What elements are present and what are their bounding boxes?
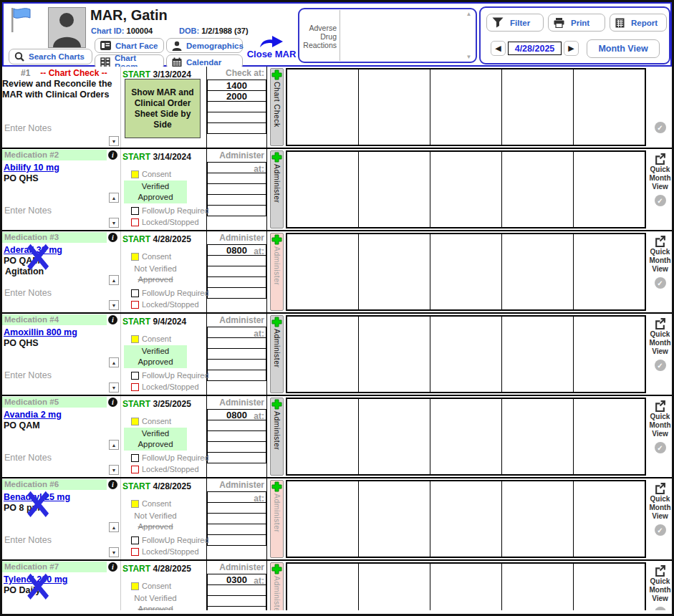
locked-checkbox[interactable] [131,466,139,473]
info-icon[interactable]: i [108,233,117,242]
quick-month-view-button[interactable]: Quick Month View [648,400,673,438]
time-slot[interactable]: 1400 [207,80,266,91]
time-slot[interactable] [207,101,266,112]
day-cell[interactable] [430,234,502,309]
chart-face-button[interactable]: Chart Face [95,38,164,53]
day-cell[interactable] [430,399,502,474]
quick-month-view-button[interactable]: Quick Month View [648,482,673,521]
notes-input[interactable] [4,370,103,392]
scroll-down-button[interactable]: ▼ [109,547,119,557]
next-day-button[interactable]: ▶ [564,41,579,56]
time-slot[interactable] [207,276,266,288]
quick-month-view-button[interactable]: Quick Month View [648,564,673,603]
info-icon[interactable]: i [108,480,117,489]
scroll-down-button[interactable]: ▼ [109,465,119,475]
show-mar-side-by-side-button[interactable]: Show MAR and Clinical Order Sheet Side b… [125,79,201,138]
info-icon[interactable]: i [108,562,117,572]
print-button[interactable]: Print [548,14,605,32]
time-slot[interactable] [207,122,266,134]
report-button[interactable]: Report [610,14,667,32]
day-cell[interactable] [574,564,645,610]
notes-scrollbar[interactable]: ▲ ▼ [109,440,119,475]
scroll-up-button[interactable]: ▲ [109,440,119,450]
day-cell[interactable] [430,317,502,392]
time-slot[interactable] [207,266,266,277]
followup-checkbox[interactable] [131,536,139,544]
day-cell[interactable] [502,317,574,392]
consent-checkbox[interactable] [131,582,139,590]
scroll-up-icon[interactable]: ▲ [466,11,472,17]
day-cell[interactable] [287,564,359,610]
notes-input[interactable] [4,288,103,309]
day-cell[interactable] [359,564,430,610]
demographics-button[interactable]: Demographics [166,38,243,53]
drug-link[interactable]: Amoxillin 800 mg [4,327,77,338]
day-cell[interactable] [287,399,359,474]
administer-action-bar[interactable]: Administer [270,315,284,393]
day-cell[interactable] [574,152,645,227]
time-slot[interactable] [207,348,266,360]
info-icon[interactable]: i [108,150,117,160]
scroll-down-button[interactable]: ▼ [109,300,119,310]
day-cell[interactable] [502,564,574,610]
locked-checkbox[interactable] [131,301,139,309]
time-slot[interactable] [207,452,266,463]
day-cell[interactable] [574,481,645,557]
scroll-down-button[interactable]: ▼ [109,382,119,393]
day-cell[interactable] [430,564,502,610]
day-cell[interactable] [502,69,574,145]
day-cell[interactable] [287,69,359,145]
scroll-up-button[interactable]: ▲ [109,193,119,203]
day-cell[interactable] [287,317,359,392]
quick-month-view-button[interactable]: Quick Month View [648,317,673,356]
administer-action-bar[interactable]: Administer [270,150,284,228]
day-cell[interactable] [430,152,502,227]
locked-checkbox[interactable] [131,218,139,226]
consent-checkbox[interactable] [131,170,139,178]
time-slot[interactable] [207,524,266,535]
day-cell[interactable] [574,69,645,145]
notes-scrollbar[interactable]: ▲ ▼ [109,193,119,228]
date-input[interactable] [508,42,562,55]
day-cell[interactable] [359,234,430,309]
notes-input[interactable] [4,206,103,227]
day-cell[interactable] [287,481,359,557]
day-cell[interactable] [574,317,645,392]
drug-link[interactable]: Aderall 30 mg [4,245,62,256]
scroll-down-icon[interactable]: ▼ [466,54,472,60]
followup-checkbox[interactable] [131,207,139,215]
day-cell[interactable] [287,234,359,309]
day-cell[interactable] [430,69,502,145]
day-cell[interactable] [359,317,430,392]
followup-checkbox[interactable] [131,289,139,297]
day-cell[interactable] [359,481,430,557]
notes-scrollbar[interactable]: ▲ ▼ [109,357,119,393]
consent-checkbox[interactable] [131,418,139,425]
time-slot[interactable] [207,513,266,524]
time-slot[interactable] [207,287,266,299]
month-view-button[interactable]: Month View [587,39,660,58]
day-cell[interactable] [502,481,574,557]
time-slot[interactable] [207,183,266,195]
quick-month-view-button[interactable]: Quick Month View [648,153,673,191]
adr-scrollbar[interactable]: ▲ ▼ [464,11,473,60]
drug-link[interactable]: Benadryl 25 mg [4,492,70,503]
flag-icon[interactable] [8,6,34,37]
day-cell[interactable] [359,399,430,474]
time-slot[interactable] [207,359,266,370]
scroll-up-button[interactable]: ▲ [109,357,119,367]
administer-action-bar[interactable]: Administer [270,398,284,476]
info-icon[interactable]: i [108,398,117,407]
drug-link[interactable]: Tylenol 200 mg [4,574,67,585]
followup-checkbox[interactable] [131,454,139,462]
search-charts-button[interactable]: Search Charts [9,49,92,64]
day-cell[interactable] [502,399,574,474]
drug-link[interactable]: Abilify 10 mg [4,163,59,173]
filter-button[interactable]: Filter [486,14,544,32]
time-slot[interactable] [207,595,266,607]
consent-checkbox[interactable] [131,253,139,261]
time-slot[interactable] [207,606,266,610]
day-cell[interactable] [287,152,359,227]
scroll-up-button[interactable]: ▲ [109,275,119,285]
info-icon[interactable]: i [108,315,117,324]
